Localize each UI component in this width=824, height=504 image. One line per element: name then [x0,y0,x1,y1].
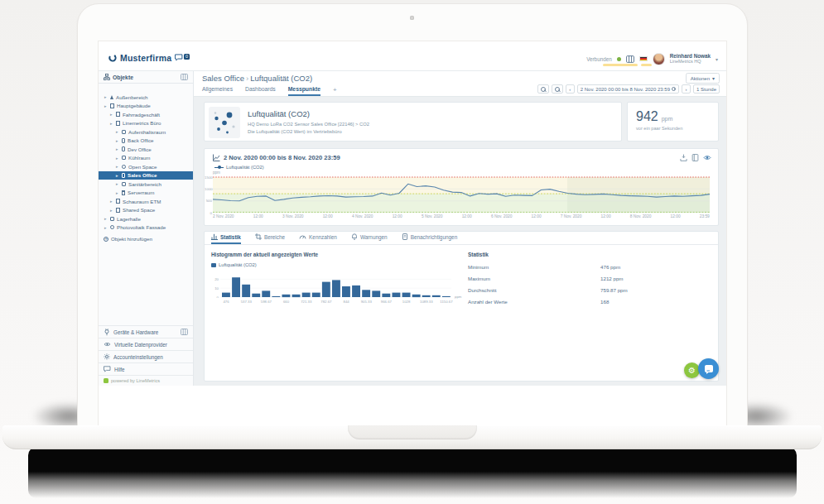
tree-item[interactable]: ▸Open Space [99,162,193,171]
messages-button[interactable]: 0 [175,54,190,61]
columns-toggle-icon[interactable] [181,329,188,335]
chevron-right-icon[interactable]: ▸ [104,216,108,221]
chart-legend[interactable]: Luftqualität (CO2) [214,165,264,170]
stat-value: 759.87 ppm [600,287,628,293]
magnifier-icon [555,87,560,92]
circle-icon [122,165,126,169]
chevron-right-icon[interactable]: ▸ [104,225,108,230]
svg-text:10: 10 [214,286,219,290]
door-icon [122,146,125,151]
sidebar-item-virtuelle-datenprovider[interactable]: Virtuelle Datenprovider [99,338,193,350]
user-avatar[interactable] [653,53,665,65]
chevron-right-icon[interactable]: ▸ [116,181,119,186]
chevron-right-icon[interactable]: ▸ [104,94,108,99]
chevron-right-icon[interactable]: ▸ [110,208,113,213]
legend-marker-icon [214,166,224,170]
tree-item[interactable]: ▸Linemetrics Büro [99,119,193,128]
crop-icon [255,233,262,240]
chart-header: 2 Nov. 2020 00:00 bis 8 Nov. 2020 23:59 [213,154,340,161]
sensor-tile-icon [209,107,240,138]
actions-button[interactable]: Aktionen ▾ [686,73,720,84]
chevron-down-icon[interactable]: ▾ [716,56,718,62]
sidebar-item-ger-te-hardware[interactable]: Geräte & Hardware [99,325,193,338]
sidebar-item-hilfe[interactable]: Hilfe [99,362,193,375]
add-tab-button[interactable]: + [333,86,337,96]
zoom-out-button[interactable] [537,84,549,94]
chevron-right-icon[interactable]: ▸ [116,129,119,134]
sensor-source: HQ Demo LoRa CO2 Sensor Sales Office [22… [248,121,369,128]
tab-kennzahlen[interactable]: Kennzahlen [299,233,337,244]
tree-item[interactable]: ▸Fahrradgeschäft [99,110,193,119]
report-icon[interactable] [691,154,699,161]
server-icon [122,190,125,195]
histogram-plot[interactable]: 20100 [211,273,451,298]
breadcrumb-parent[interactable]: Sales Office [202,74,244,83]
zoom-in-button[interactable] [552,84,563,94]
download-icon[interactable] [680,154,687,161]
content-area: Luftqualität (CO2) HQ Demo LoRa CO2 Sens… [194,97,726,386]
add-object-label: Objekt hinzufügen [111,236,152,242]
tree-item[interactable]: ▸Sales Office [99,171,193,180]
range-next-button[interactable]: › [682,84,691,94]
chevron-right-icon[interactable]: ▸ [116,156,119,161]
support-chat-button[interactable] [698,358,719,379]
tree-item[interactable]: ▸Back Office [99,137,193,146]
stat-row: Maximum1212 ppm [468,276,708,287]
timeseries-plot[interactable] [213,175,710,213]
date-range-button[interactable]: 2 Nov. 2020 00:00 bis 8 Nov. 2020 23:59 [577,84,679,94]
histogram-legend: Luftqualität (CO2) [211,262,257,267]
tab-messpunkte[interactable]: Messpunkte [288,86,320,96]
x-tick-label: 4 Nov. 2020 [352,214,373,218]
brand-logo-icon [108,54,117,62]
tree-item[interactable]: ▸Photovoltaik Fassade [99,223,193,233]
breadcrumb-separator: › [246,74,248,83]
language-flag-de-icon[interactable] [639,56,648,61]
gear-icon: ⚙ [688,366,696,375]
tab-bereiche[interactable]: Bereiche [255,233,285,244]
header-right-cluster: Verbunden Reinhard Nowak LineMetrics HQ [586,50,718,67]
tree-item[interactable]: ▸Kühlraum [99,154,193,163]
statistics-title: Statistik [468,252,489,257]
chevron-right-icon[interactable]: ▸ [110,121,113,126]
chevron-right-icon[interactable]: ▸ [116,173,119,178]
tree-item[interactable]: ▸Sanitärbereich [99,180,193,189]
tree-item[interactable]: ▸Außenbereich [99,93,193,102]
eye-icon[interactable] [703,154,711,161]
interval-button[interactable]: 1 Stunde [693,84,720,94]
tab-allgemeines[interactable]: Allgemeines [202,86,233,96]
stat-value: 1212 ppm [600,276,624,281]
chevron-right-icon[interactable]: ▸ [116,164,119,169]
user-menu[interactable]: Reinhard Nowak LineMetrics HQ [670,53,711,65]
chevron-right-icon[interactable]: ▸ [116,146,119,151]
chevron-right-icon[interactable]: ▸ [116,190,119,195]
eye-icon [104,341,111,348]
tree-item[interactable]: ▸Shared Space [99,206,193,215]
range-prev-button[interactable]: ‹ [566,84,575,94]
sidebar-item-accounteinstellungen[interactable]: Accounteinstellungen [99,350,193,362]
tree-item[interactable]: ▸Serverraum [99,189,193,198]
tree-item[interactable]: ▸Dev Office [99,145,193,154]
chevron-right-icon[interactable]: ▸ [104,103,108,108]
laptop-notch [348,425,477,439]
tab-dashboards[interactable]: Dashboards [245,86,276,96]
chat-bubble-icon [175,54,183,61]
y-tick-label: 1500 [205,175,212,180]
chevron-right-icon[interactable]: ▸ [116,138,119,143]
tree-item[interactable]: ▸Schauraum ETM [99,197,193,206]
layout-grid-icon[interactable] [626,55,634,63]
tab-benachrichtigungen[interactable]: Benachrichtigungen [402,233,458,244]
cookie-settings-button[interactable]: ⚙ [684,362,700,378]
brand-logo[interactable]: Musterfirma [108,53,171,63]
stat-label: Durchschnitt [468,287,496,293]
columns-toggle-icon[interactable] [181,74,188,80]
chevron-right-icon[interactable]: ▸ [110,112,113,117]
tree-item[interactable]: ▸Hauptgebäude [99,102,193,111]
laptop-lid: Musterfirma 0 Verbunden [77,3,748,451]
chevron-right-icon[interactable]: ▸ [110,199,113,204]
current-value-card: 942 ppm vor ein paar Sekunden [627,102,719,142]
tab-warnungen[interactable]: Warnungen [351,233,388,244]
tree-item[interactable]: ▸Lagerhalle [99,214,193,223]
add-object-button[interactable]: Objekt hinzufügen [99,236,193,242]
tab-statistik[interactable]: Statistik [211,233,241,244]
tree-item[interactable]: ▸Aufenthaltsraum [99,127,193,137]
